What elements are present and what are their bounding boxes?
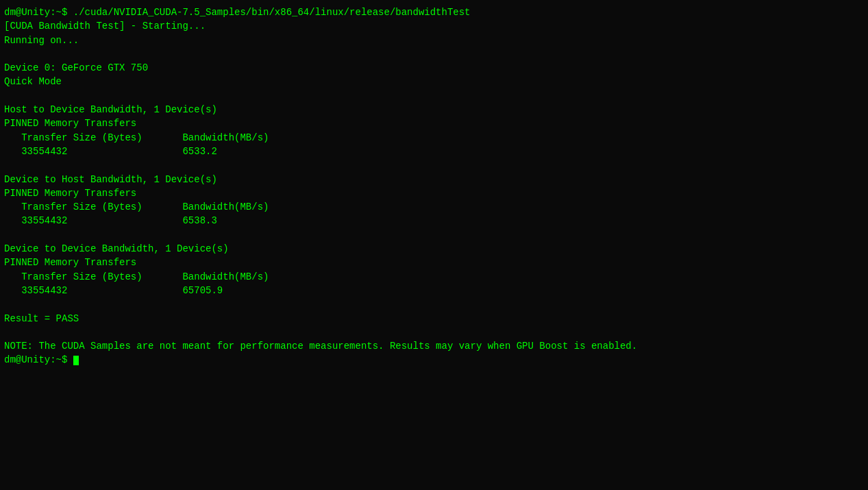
terminal-line-transfer-header2: Transfer Size (Bytes) Bandwidth(MB/s) <box>4 200 864 214</box>
terminal-empty-line <box>4 158 864 172</box>
terminal: dm@Unity:~$ ./cuda/NVIDIA_CUDA-7.5_Sampl… <box>0 0 868 490</box>
terminal-prompt-line: dm@Unity:~$ <box>4 353 864 367</box>
terminal-line-host-to-device: Host to Device Bandwidth, 1 Device(s) <box>4 103 864 117</box>
terminal-line-device-to-device: Device to Device Bandwidth, 1 Device(s) <box>4 242 864 256</box>
terminal-line-transfer-val2: 33554432 6538.3 <box>4 214 864 228</box>
terminal-empty-line <box>4 228 864 242</box>
terminal-line-cmd: dm@Unity:~$ ./cuda/NVIDIA_CUDA-7.5_Sampl… <box>4 5 864 19</box>
terminal-cursor <box>73 356 79 365</box>
terminal-line-quick-mode: Quick Mode <box>4 75 864 88</box>
terminal-line-cuda-start: [CUDA Bandwidth Test] - Starting... <box>4 19 864 33</box>
terminal-line-running: Running on... <box>4 34 864 47</box>
terminal-line-pinned1: PINNED Memory Transfers <box>4 117 864 130</box>
terminal-line-device0: Device 0: GeForce GTX 750 <box>4 61 864 75</box>
terminal-line-transfer-val3: 33554432 65705.9 <box>4 284 864 297</box>
terminal-line-transfer-val1: 33554432 6533.2 <box>4 145 864 158</box>
terminal-empty-line <box>4 89 864 103</box>
terminal-line-pinned2: PINNED Memory Transfers <box>4 186 864 200</box>
terminal-empty-line <box>4 297 864 311</box>
terminal-line-transfer-header3: Transfer Size (Bytes) Bandwidth(MB/s) <box>4 270 864 284</box>
terminal-line-device-to-host: Device to Host Bandwidth, 1 Device(s) <box>4 173 864 186</box>
terminal-line-note: NOTE: The CUDA Samples are not meant for… <box>4 339 864 353</box>
terminal-line-result: Result = PASS <box>4 312 864 326</box>
terminal-empty-line <box>4 47 864 61</box>
terminal-line-pinned3: PINNED Memory Transfers <box>4 256 864 269</box>
terminal-empty-line <box>4 326 864 339</box>
terminal-line-transfer-header1: Transfer Size (Bytes) Bandwidth(MB/s) <box>4 131 864 145</box>
